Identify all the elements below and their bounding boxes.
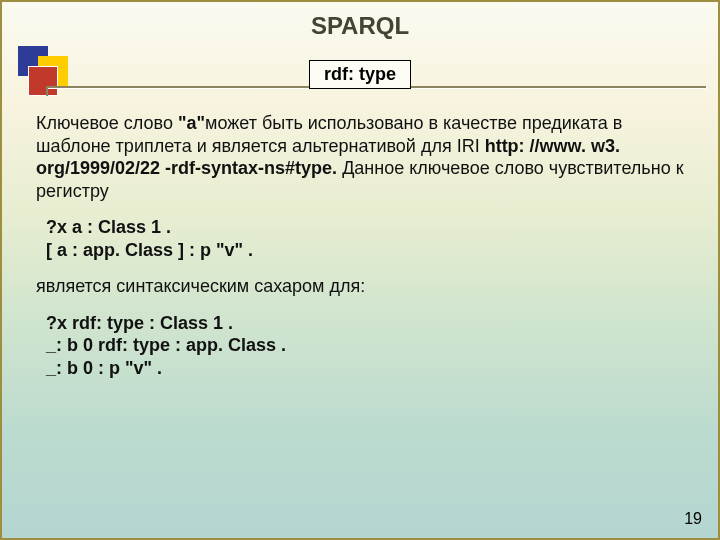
slide-title: SPARQL — [2, 12, 718, 40]
p1-prefix: Ключевое слово — [36, 113, 178, 133]
paragraph-2: является синтаксическим сахаром для: — [36, 275, 694, 298]
paragraph-1: Ключевое слово "a"может быть использован… — [36, 112, 694, 202]
code-block-1: ?x a : Class 1 . [ a : app. Class ] : p … — [46, 216, 694, 261]
subtitle-box: rdf: type — [309, 60, 411, 89]
slide: SPARQL rdf: type Ключевое слово "a"может… — [0, 0, 720, 540]
p1-keyword: "a" — [178, 113, 205, 133]
divider-tick — [46, 86, 48, 96]
code-block-2: ?x rdf: type : Class 1 . _: b 0 rdf: typ… — [46, 312, 694, 380]
page-number: 19 — [684, 510, 702, 528]
logo-icon — [18, 46, 80, 88]
body-text: Ключевое слово "a"может быть использован… — [36, 112, 694, 393]
